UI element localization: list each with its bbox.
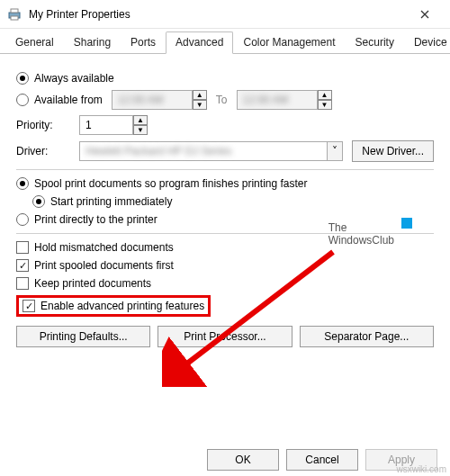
bottom-button-row: Printing Defaults... Print Processor... … <box>16 326 434 347</box>
check-label: Hold mismatched documents <box>34 241 174 254</box>
radio-label: Start printing immediately <box>50 195 172 208</box>
radio-label: Spool print documents so program finishe… <box>34 177 308 190</box>
radio-icon <box>16 213 29 226</box>
separator-page-button[interactable]: Separator Page... <box>300 326 434 347</box>
radio-label: Available from <box>34 94 103 106</box>
checkbox-icon <box>16 259 29 272</box>
checkbox-icon <box>16 241 29 254</box>
tabstrip: General Sharing Ports Advanced Color Man… <box>0 29 450 54</box>
radio-available-from-row: Available from 12:00 AM ▲▼ To 12:00 AM ▲… <box>16 90 434 110</box>
check-label: Keep printed documents <box>34 277 151 290</box>
highlight-enable-advanced: Enable advanced printing features <box>16 295 211 317</box>
svg-rect-2 <box>11 16 18 20</box>
driver-combo[interactable]: Hewlett Packard HP DJ Series ˅ <box>79 141 343 161</box>
to-label: To <box>216 94 228 106</box>
tab-advanced[interactable]: Advanced <box>166 31 233 54</box>
check-spooled-first[interactable]: Print spooled documents first <box>16 259 434 272</box>
to-time-field: 12:00 AM <box>237 90 318 110</box>
new-driver-button[interactable]: New Driver... <box>352 140 434 162</box>
tab-security[interactable]: Security <box>346 31 404 54</box>
tab-sharing[interactable]: Sharing <box>64 31 121 54</box>
radio-start-immediately[interactable]: Start printing immediately <box>16 195 434 208</box>
check-enable-advanced[interactable]: Enable advanced printing features <box>22 300 204 312</box>
radio-icon <box>32 195 45 208</box>
radio-label: Always available <box>34 72 114 85</box>
to-time-spinner: ▲▼ <box>318 90 332 110</box>
watermark-square-icon <box>401 218 412 229</box>
printing-defaults-button[interactable]: Printing Defaults... <box>16 326 150 347</box>
driver-label: Driver: <box>16 145 70 157</box>
svg-rect-1 <box>11 9 18 13</box>
radio-icon <box>16 94 29 106</box>
priority-spinner[interactable]: ▲▼ <box>133 115 148 135</box>
radio-icon <box>16 177 29 190</box>
checkbox-icon <box>16 277 29 290</box>
tab-color-management[interactable]: Color Management <box>233 31 345 54</box>
source-watermark: wsxwiki.com <box>396 464 446 474</box>
divider <box>16 169 434 170</box>
driver-row: Driver: Hewlett Packard HP DJ Series ˅ N… <box>16 140 434 162</box>
print-processor-button[interactable]: Print Processor... <box>158 326 292 347</box>
radio-always-available[interactable]: Always available <box>16 72 434 85</box>
from-time-field: 12:00 AM <box>112 90 193 110</box>
priority-row: Priority: 1 ▲▼ <box>16 115 434 135</box>
titlebar: My Printer Properties <box>0 0 450 29</box>
check-label: Enable advanced printing features <box>40 300 204 312</box>
chevron-down-icon: ˅ <box>327 141 343 161</box>
check-label: Print spooled documents first <box>34 259 174 272</box>
printer-icon <box>7 7 22 22</box>
advanced-pane: Always available Available from 12:00 AM… <box>0 54 450 355</box>
tab-ports[interactable]: Ports <box>121 31 166 54</box>
radio-available-from[interactable]: Available from <box>16 94 103 106</box>
radio-icon <box>16 72 29 85</box>
radio-spool[interactable]: Spool print documents so program finishe… <box>16 177 434 190</box>
radio-label: Print directly to the printer <box>34 213 158 226</box>
check-keep-printed[interactable]: Keep printed documents <box>16 277 434 290</box>
cancel-button[interactable]: Cancel <box>286 449 358 471</box>
from-time-spinner: ▲▼ <box>193 90 207 110</box>
ok-button[interactable]: OK <box>207 449 279 471</box>
window-title: My Printer Properties <box>29 8 407 21</box>
watermark: The WindowsClub <box>328 221 394 247</box>
priority-label: Priority: <box>16 119 70 131</box>
close-button[interactable] <box>407 0 443 29</box>
tab-device-settings[interactable]: Device Settings <box>404 31 450 54</box>
priority-field[interactable]: 1 <box>79 115 133 135</box>
checkbox-icon <box>22 300 35 312</box>
tab-general[interactable]: General <box>5 31 64 54</box>
